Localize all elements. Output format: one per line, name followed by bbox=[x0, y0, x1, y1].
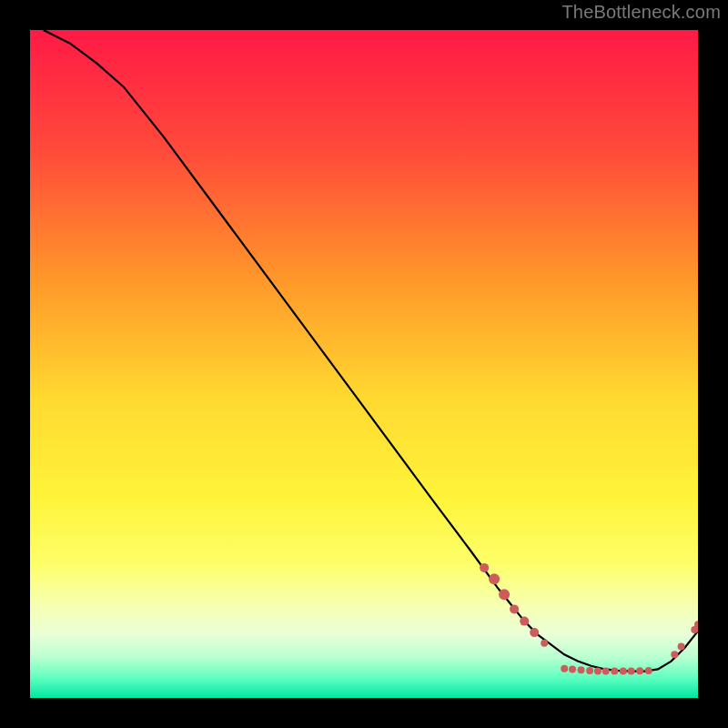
data-marker bbox=[541, 640, 548, 647]
data-marker bbox=[611, 668, 618, 675]
plot-area bbox=[30, 30, 698, 698]
data-marker bbox=[628, 668, 635, 675]
data-marker bbox=[671, 651, 678, 658]
data-marker bbox=[586, 667, 593, 674]
data-marker bbox=[520, 617, 529, 626]
data-marker bbox=[499, 589, 510, 600]
data-marker bbox=[561, 665, 568, 672]
data-marker bbox=[645, 667, 652, 674]
data-marker bbox=[489, 573, 500, 584]
data-marker bbox=[678, 643, 685, 651]
data-marker bbox=[530, 628, 539, 637]
data-marker bbox=[510, 604, 519, 613]
data-marker bbox=[594, 668, 602, 675]
chart-svg bbox=[30, 30, 698, 698]
watermark-text: TheBottleneck.com bbox=[561, 2, 721, 23]
data-markers bbox=[480, 563, 698, 675]
data-marker bbox=[602, 668, 610, 675]
data-marker bbox=[480, 563, 489, 572]
data-marker bbox=[620, 668, 627, 675]
data-marker bbox=[569, 665, 576, 672]
data-marker bbox=[636, 667, 643, 674]
data-marker bbox=[578, 666, 585, 673]
bottleneck-curve bbox=[44, 30, 698, 672]
